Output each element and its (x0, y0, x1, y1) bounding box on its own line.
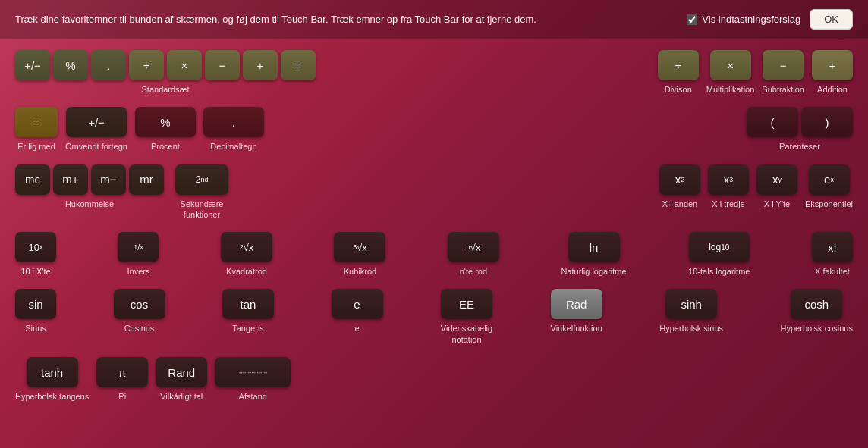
btn-sin[interactable]: sin (15, 289, 56, 319)
btn-x3[interactable]: x3 (708, 164, 749, 195)
cosh-wrap: cosh Hyperbolsk cosinus (781, 289, 853, 334)
btn-x2[interactable]: x2 (659, 164, 700, 195)
btn-multiply[interactable]: × (710, 50, 751, 80)
divide-wrap: ÷ Divison (658, 50, 699, 95)
btn-add[interactable]: + (812, 50, 853, 80)
tan-label: Tangens (232, 323, 264, 334)
btn-inverse-sign[interactable]: +/− (66, 107, 127, 137)
btn-10x[interactable]: 10x (15, 232, 56, 262)
divide-label: Divison (665, 84, 692, 95)
row4: 10x 10 i X'te 1/x Invers 2√x Kvadratrod … (15, 232, 853, 277)
decimal-label: Decimaltegn (210, 141, 256, 152)
subtract-wrap: − Subtraktion (762, 50, 804, 95)
add-wrap: + Addition (812, 50, 853, 95)
btn-xy[interactable]: xy (756, 164, 797, 195)
standardset-group: +/− % . ÷ × − + = Standardsæt (15, 50, 316, 95)
operators-group: ÷ Divison × Multiplikation − Subtraktion… (658, 50, 853, 95)
btn-sinh[interactable]: sinh (665, 289, 717, 319)
btn-e[interactable]: e (332, 289, 383, 319)
e-label: e (354, 323, 359, 334)
btn-cosh[interactable]: cosh (791, 289, 842, 319)
btn-equals-std[interactable]: = (281, 50, 316, 80)
sin-wrap: sin Sinus (15, 289, 56, 334)
btn-invers[interactable]: 1/x (118, 232, 159, 262)
cbrt-wrap: 3√x Kubikrod (334, 232, 385, 277)
row2-left: = Er lig med +/− Omvendt fortegn % Proce… (15, 107, 264, 152)
btn-mplus[interactable]: m+ (53, 164, 88, 195)
main-content: +/− % . ÷ × − + = Standardsæt ÷ Divison … (0, 39, 868, 409)
sqrt2-label: Kvadratrod (226, 266, 267, 277)
btn-percent2[interactable]: % (135, 107, 196, 137)
btn-multiply-std[interactable]: × (167, 50, 202, 80)
row5: sin Sinus cos Cosinus tan Tangens e e EE… (15, 289, 853, 345)
rad-wrap: Rad Vinkelfunktion (551, 289, 602, 334)
row3-left: mc m+ m− mr Hukommelse 2nd Sekundære fun… (15, 164, 232, 221)
cos-label: Cosinus (124, 323, 155, 334)
btn-ee[interactable]: EE (441, 289, 492, 319)
sinh-label: Hyperbolsk sinus (659, 323, 723, 334)
sin-label: Sinus (25, 323, 46, 334)
e-wrap: e e (332, 289, 383, 334)
row6: tanh Hyperbolsk tangens π Pi Rand Vilkår… (15, 357, 853, 402)
btn-rad[interactable]: Rad (551, 289, 602, 319)
btn-tanh[interactable]: tanh (27, 357, 78, 387)
btn-subtract[interactable]: − (763, 50, 804, 80)
btn-open-paren[interactable]: ( (747, 107, 798, 137)
rad-label: Vinkelfunktion (551, 323, 602, 334)
sinh-wrap: sinh Hyperbolsk sinus (659, 289, 723, 334)
parenteses-label: Parenteser (779, 141, 820, 152)
show-suggestions-checkbox[interactable] (687, 14, 697, 25)
ex-wrap: ex Eksponentiel (805, 164, 853, 209)
show-suggestions-label[interactable]: Vis indtastningsforslag (687, 14, 800, 25)
btn-mminus[interactable]: m− (91, 164, 126, 195)
btn-nthrt[interactable]: n√x (448, 232, 499, 262)
x3-label: X i tredje (712, 199, 744, 209)
percent-wrap: % Procent (135, 107, 196, 152)
log10-wrap: log10 10-tals logaritme (688, 232, 750, 277)
btn-2nd[interactable]: 2nd (175, 164, 228, 195)
btn-cos[interactable]: cos (114, 289, 165, 319)
btn-tan[interactable]: tan (222, 289, 274, 319)
pi-wrap: π Pi (96, 357, 148, 402)
memory-wrap: mc m+ m− mr Hukommelse (15, 164, 164, 209)
nthrt-wrap: n√x n'te rod (448, 232, 499, 277)
sqrt2-wrap: 2√x Kvadratrod (221, 232, 272, 277)
invers-label: Invers (127, 266, 150, 277)
btn-afstand[interactable]: ················ (215, 357, 291, 387)
btn-rand[interactable]: Rand (156, 357, 207, 387)
instruction-text: Træk dine favoritemner til bunden af skæ… (15, 14, 687, 25)
btn-divide[interactable]: ÷ (658, 50, 699, 80)
btn-percent[interactable]: % (53, 50, 88, 80)
afstand-label: Afstand (239, 391, 267, 402)
btn-divide-std[interactable]: ÷ (129, 50, 164, 80)
btn-close-paren[interactable]: ) (801, 107, 853, 137)
btn-plus-minus[interactable]: +/− (15, 50, 50, 80)
cosh-label: Hyperbolsk cosinus (781, 323, 853, 334)
btn-log10[interactable]: log10 (689, 232, 750, 262)
secondary-label: Sekundære funktioner (171, 199, 232, 221)
btn-decimal[interactable]: . (91, 50, 126, 80)
btn-cbrt[interactable]: 3√x (334, 232, 385, 262)
afstand-wrap: ················ Afstand (215, 357, 291, 402)
btn-decimal2[interactable]: . (203, 107, 264, 137)
subtract-label: Subtraktion (762, 84, 804, 95)
tanh-label: Hyperbolsk tangens (15, 391, 89, 402)
btn-mr[interactable]: mr (129, 164, 164, 195)
ln-wrap: ln Naturlig logaritme (561, 232, 626, 277)
btn-subtract-std[interactable]: − (205, 50, 240, 80)
xy-wrap: xy X i Y'te (756, 164, 797, 209)
btn-mc[interactable]: mc (15, 164, 50, 195)
ok-button[interactable]: OK (810, 9, 853, 30)
log10-label: 10-tals logaritme (688, 266, 750, 277)
ee-wrap: EE Videnskabelig notation (440, 289, 493, 345)
btn-equals[interactable]: = (15, 107, 58, 137)
x3-wrap: x3 X i tredje (708, 164, 749, 209)
btn-pi[interactable]: π (96, 357, 148, 387)
add-label: Addition (817, 84, 848, 95)
btn-ln[interactable]: ln (568, 232, 620, 262)
cos-wrap: cos Cosinus (114, 289, 165, 334)
btn-add-std[interactable]: + (243, 50, 278, 80)
btn-ex[interactable]: ex (809, 164, 850, 195)
btn-factorial[interactable]: x! (812, 232, 853, 262)
btn-sqrt2[interactable]: 2√x (221, 232, 272, 262)
